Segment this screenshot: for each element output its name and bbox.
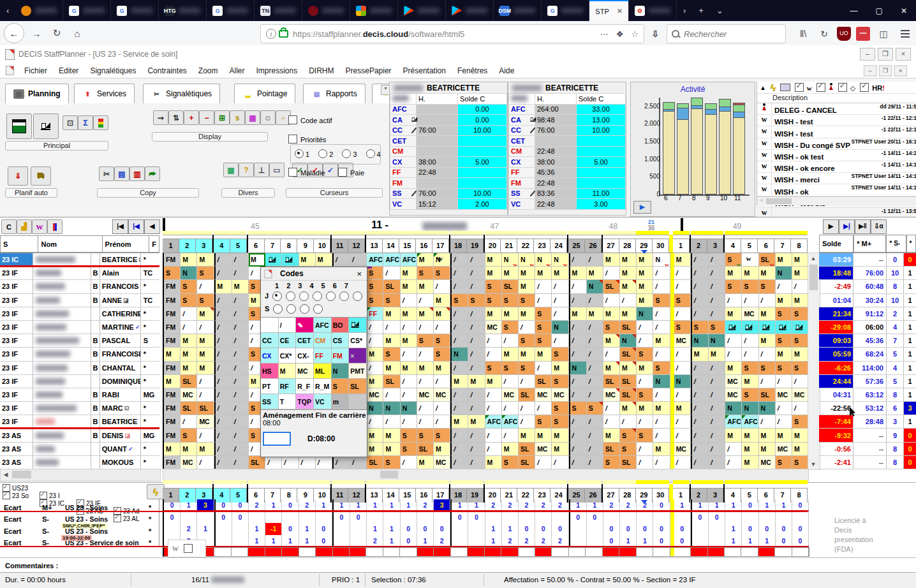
grid-cell[interactable]: M: [725, 267, 742, 280]
codes-radio[interactable]: [286, 291, 295, 301]
grid-cell[interactable]: M: [792, 348, 809, 361]
code-button-S[interactable]: S: [332, 379, 350, 394]
grid-cell[interactable]: /: [502, 402, 519, 415]
grid-cell[interactable]: MC: [417, 388, 434, 402]
grid-cell[interactable]: M: [468, 415, 485, 429]
day-header-nov-11[interactable]: 11: [330, 235, 348, 253]
grid-cell[interactable]: FM: [164, 402, 181, 415]
grid-cell[interactable]: /: [569, 334, 587, 348]
grid-cell[interactable]: S: [776, 307, 792, 321]
ecart-cell[interactable]: [637, 511, 653, 524]
grid-cell[interactable]: M: [434, 443, 450, 456]
pocket-icon[interactable]: ❖: [616, 29, 624, 39]
grid-cell[interactable]: MC: [434, 456, 450, 469]
ecart-cell[interactable]: 1: [265, 535, 282, 547]
browser-maximize-button[interactable]: ▢: [867, 6, 892, 15]
grid-cell[interactable]: [759, 321, 776, 334]
grid-cell[interactable]: MC: [670, 334, 691, 348]
grid-cell[interactable]: /: [552, 334, 568, 348]
grid-cell[interactable]: /: [670, 348, 691, 361]
copy-1-button[interactable]: ▤: [114, 166, 129, 181]
grid-cell[interactable]: S: [776, 456, 792, 469]
grid-cell[interactable]: S: [181, 429, 197, 442]
code-button-HS[interactable]: HS: [261, 364, 279, 379]
levels-button[interactable]: ≡: [93, 115, 108, 130]
ecart-cell[interactable]: 1: [759, 499, 776, 511]
grid-cell[interactable]: S: [367, 267, 383, 280]
grid-cell[interactable]: M: [485, 456, 502, 469]
grid-cell[interactable]: /: [569, 375, 587, 388]
grid-cell[interactable]: /: [653, 388, 670, 402]
ecart-cell[interactable]: 2: [181, 523, 197, 535]
ecart-cell[interactable]: 1: [265, 499, 282, 511]
ecart-cell[interactable]: 1: [637, 535, 653, 547]
grid-cell[interactable]: /: [232, 456, 249, 469]
grid-cell[interactable]: S: [709, 321, 725, 334]
ecart-cell[interactable]: 0: [792, 499, 809, 511]
grid-cell[interactable]: /: [709, 375, 725, 388]
planif-vehicle-button[interactable]: ⛟: [31, 166, 51, 186]
grid-cell[interactable]: M: [742, 456, 758, 469]
grid-cell[interactable]: N: [587, 280, 603, 293]
grid-cell[interactable]: N: [552, 253, 568, 267]
grid-cell[interactable]: /: [468, 456, 485, 469]
grid-cell[interactable]: /: [450, 334, 468, 348]
grid-cell[interactable]: /: [535, 402, 552, 415]
display-7-button[interactable]: ☺: [260, 110, 276, 125]
grid-cell[interactable]: M: [792, 294, 809, 307]
grid-cell[interactable]: M: [502, 348, 519, 361]
day-header-dec-2[interactable]: 2: [690, 235, 707, 253]
grid-cell[interactable]: M: [401, 267, 417, 280]
day-header-nov-26[interactable]: 26: [585, 235, 603, 253]
grid-cell[interactable]: M: [434, 362, 450, 375]
grid-cell[interactable]: /: [468, 280, 485, 293]
grid-cell[interactable]: /: [232, 362, 249, 375]
grid-cell[interactable]: M: [401, 280, 417, 293]
staff-row[interactable]: 23 IFBMARC⊡*: [0, 402, 159, 415]
grid-cell[interactable]: /: [232, 294, 249, 307]
grid-cell[interactable]: M: [232, 280, 249, 293]
tab-scroll-right-icon[interactable]: ›: [677, 6, 692, 15]
staff-row[interactable]: 23 ICBEATRICE⊡*: [0, 253, 159, 267]
ecart-cell[interactable]: 0: [232, 499, 249, 511]
grid-cell[interactable]: /: [552, 280, 568, 293]
grid-cell[interactable]: /: [232, 402, 249, 415]
grid-cell[interactable]: /: [232, 388, 249, 402]
grid-cell[interactable]: M: [603, 253, 620, 267]
ecart-cell[interactable]: 0: [519, 523, 535, 535]
ecart-cell[interactable]: [620, 511, 637, 524]
grid-cell[interactable]: S: [603, 321, 620, 334]
grid-cell[interactable]: M: [759, 443, 776, 456]
ecart-cell[interactable]: 0: [776, 523, 792, 535]
grid-cell[interactable]: /: [197, 388, 214, 402]
comments-bar[interactable]: Commentaires :: [0, 557, 916, 573]
ecart-cell[interactable]: 1: [725, 523, 742, 535]
goto-next-button[interactable]: ▶: [823, 219, 839, 234]
grid-cell[interactable]: S: [502, 362, 519, 375]
sidebar-icon[interactable]: ◫: [876, 27, 890, 41]
staff-row[interactable]: 23 IFBANNE◪TC: [0, 294, 159, 307]
grid-cell[interactable]: /: [725, 334, 742, 348]
grid-cell[interactable]: /: [197, 429, 214, 442]
grid-cell[interactable]: /: [417, 348, 434, 361]
grid-cell[interactable]: /: [603, 348, 620, 361]
grid-cell[interactable]: /: [709, 456, 725, 469]
grid-cell[interactable]: SL: [620, 456, 637, 469]
grid-cell[interactable]: S: [417, 334, 434, 348]
grid-cell[interactable]: M: [620, 402, 637, 415]
grid-cell[interactable]: /: [691, 253, 709, 267]
grid-cell[interactable]: S: [776, 362, 792, 375]
ecart-cell[interactable]: 0: [214, 499, 232, 511]
ecart-cell[interactable]: [569, 535, 587, 547]
ecart-cell[interactable]: 1: [383, 499, 400, 511]
ecart-cell[interactable]: 0: [164, 511, 181, 524]
day-header-nov-9[interactable]: 9: [297, 235, 314, 253]
grid-cell[interactable]: /: [709, 267, 725, 280]
grid-cell[interactable]: /: [383, 415, 400, 429]
col-header-mplus[interactable]: * M+: [853, 235, 886, 253]
grid-cell[interactable]: S: [637, 388, 653, 402]
day-header-dec-5[interactable]: 5: [741, 235, 758, 253]
grid-cell[interactable]: /: [691, 443, 709, 456]
grid-cell[interactable]: N: [181, 267, 197, 280]
grid-cell[interactable]: [776, 321, 792, 334]
